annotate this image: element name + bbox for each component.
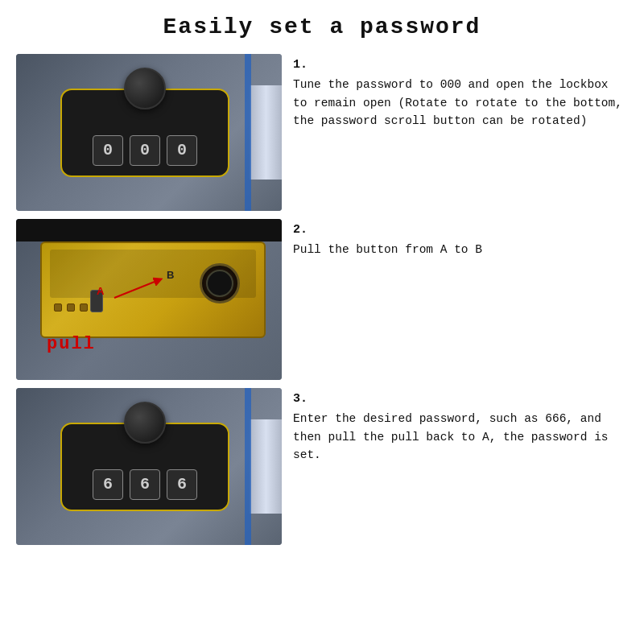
step-1-text: 1. Tune the password to 000 and open the… <box>293 54 628 130</box>
arrow-ab-icon <box>106 274 171 306</box>
label-a: A <box>97 285 104 297</box>
step-3-image: 6 6 6 <box>16 388 282 545</box>
page: Easily set a password 0 <box>0 0 644 644</box>
step-3-text: 3. Enter the desired password, such as 6… <box>293 388 628 464</box>
step-row-2: A B pull <box>16 219 628 380</box>
step-row-3: 6 6 6 3. Enter the desired password, suc… <box>16 388 628 545</box>
step-2-image: A B pull <box>16 219 282 380</box>
svg-line-1 <box>114 280 159 298</box>
step-1-number: 1. <box>293 56 628 74</box>
steps-container: 0 0 0 1. Tune the password to 000 and op… <box>16 54 628 545</box>
step-3-number: 3. <box>293 390 628 408</box>
step-2-text: 2. Pull the button from A to B <box>293 219 628 259</box>
step-2-number: 2. <box>293 221 628 239</box>
step-row-1: 0 0 0 1. Tune the password to 000 and op… <box>16 54 628 211</box>
pull-label: pull <box>47 334 96 354</box>
step-1-image: 0 0 0 <box>16 54 282 211</box>
page-title: Easily set a password <box>163 14 481 39</box>
